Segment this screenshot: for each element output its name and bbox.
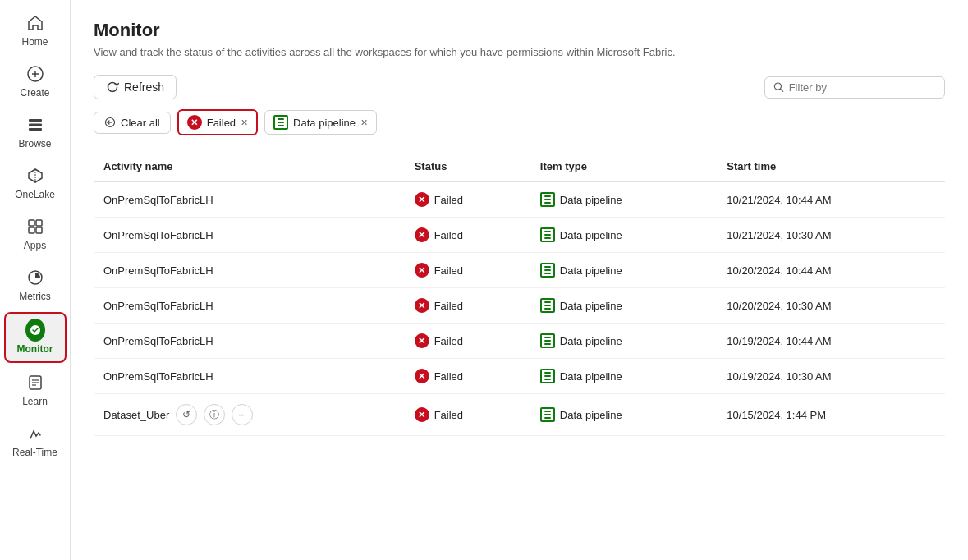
- sidebar-item-browse[interactable]: Browse: [4, 108, 67, 156]
- chip-failed[interactable]: ✕ Failed ✕: [177, 109, 258, 135]
- cell-activity-name: OnPremSqlToFabricLH: [94, 181, 405, 218]
- status-text: Failed: [434, 370, 463, 383]
- item-type-cell-content: Data pipeline: [540, 407, 707, 422]
- sidebar-item-realtime-label: Real-Time: [12, 447, 57, 458]
- chip-data-pipeline[interactable]: Data pipeline ✕: [264, 110, 377, 135]
- clear-all-label: Clear all: [121, 117, 160, 129]
- more-button[interactable]: ···: [232, 404, 253, 425]
- table-body: OnPremSqlToFabricLH ✕ Failed Data pipeli…: [94, 181, 945, 436]
- cell-item-type: Data pipeline: [530, 253, 717, 288]
- status-cell-content: ✕ Failed: [415, 263, 521, 278]
- item-type-cell-content: Data pipeline: [540, 227, 707, 242]
- sidebar-item-apps-label: Apps: [24, 240, 46, 251]
- svg-rect-5: [29, 128, 42, 131]
- item-type-text: Data pipeline: [560, 409, 622, 421]
- item-type-cell-content: Data pipeline: [540, 192, 707, 207]
- cell-activity-name: OnPremSqlToFabricLH: [94, 288, 405, 324]
- cell-item-type: Data pipeline: [530, 394, 717, 436]
- cell-activity-name: OnPremSqlToFabricLH: [94, 359, 405, 394]
- svg-rect-9: [36, 220, 42, 226]
- table-header: Activity name Status Item type Start tim…: [94, 152, 945, 181]
- info-button[interactable]: ⓘ: [204, 404, 225, 425]
- status-cell-content: ✕ Failed: [415, 227, 521, 242]
- cell-status: ✕ Failed: [405, 394, 530, 436]
- svg-rect-11: [36, 227, 42, 233]
- table-row: OnPremSqlToFabricLH ✕ Failed Data pipeli…: [94, 324, 945, 359]
- item-type-text: Data pipeline: [560, 370, 622, 383]
- item-type-text: Data pipeline: [560, 194, 622, 206]
- item-type-cell-content: Data pipeline: [540, 333, 707, 348]
- table-row: OnPremSqlToFabricLH ✕ Failed Data pipeli…: [94, 359, 945, 394]
- table-row: OnPremSqlToFabricLH ✕ Failed Data pipeli…: [94, 253, 945, 288]
- status-text: Failed: [434, 264, 463, 277]
- svg-line-19: [781, 89, 783, 91]
- refresh-icon: [106, 80, 119, 94]
- failed-icon: ✕: [415, 407, 429, 422]
- sidebar-item-create-label: Create: [20, 87, 49, 99]
- sidebar-item-create[interactable]: Create: [4, 57, 67, 105]
- cell-item-type: Data pipeline: [530, 288, 717, 324]
- data-pipeline-chip-close[interactable]: ✕: [360, 117, 368, 128]
- filter-input[interactable]: [789, 81, 936, 94]
- browse-icon: [25, 115, 45, 135]
- status-cell-content: ✕ Failed: [415, 407, 521, 422]
- sidebar-item-onelake-label: OneLake: [15, 189, 55, 200]
- status-cell-content: ✕ Failed: [415, 298, 521, 313]
- cell-activity-name: Dataset_Uber↺ⓘ···: [94, 394, 405, 436]
- pipeline-icon: [540, 333, 555, 348]
- rerun-button[interactable]: ↺: [176, 404, 197, 425]
- col-item-type: Item type: [530, 152, 717, 181]
- status-cell-content: ✕ Failed: [415, 333, 521, 348]
- clear-all-icon: [104, 117, 116, 128]
- cell-status: ✕ Failed: [405, 181, 530, 218]
- failed-chip-close[interactable]: ✕: [241, 117, 248, 128]
- cell-start-time: 10/19/2024, 10:30 AM: [717, 359, 945, 394]
- cell-item-type: Data pipeline: [530, 218, 717, 253]
- cell-status: ✕ Failed: [405, 324, 530, 359]
- sidebar-item-browse-label: Browse: [18, 138, 51, 149]
- filter-chips: Clear all ✕ Failed ✕ Data pipeline ✕: [94, 109, 945, 135]
- create-icon: [25, 64, 45, 84]
- refresh-label: Refresh: [124, 80, 164, 94]
- cell-status: ✕ Failed: [405, 359, 530, 394]
- realtime-icon: [25, 424, 45, 443]
- toolbar-left: Refresh: [94, 75, 177, 99]
- pipeline-icon: [540, 298, 555, 313]
- table-row: OnPremSqlToFabricLH ✕ Failed Data pipeli…: [94, 181, 945, 218]
- sidebar-item-monitor[interactable]: Monitor: [4, 312, 67, 363]
- refresh-button[interactable]: Refresh: [94, 75, 177, 99]
- page-title: Monitor: [94, 20, 945, 41]
- sidebar-item-realtime[interactable]: Real-Time: [4, 417, 67, 465]
- item-type-text: Data pipeline: [560, 335, 622, 347]
- item-type-cell-content: Data pipeline: [540, 369, 707, 383]
- main-content: Monitor View and track the status of the…: [71, 0, 968, 560]
- sidebar-item-home[interactable]: Home: [4, 7, 67, 54]
- item-type-cell-content: Data pipeline: [540, 263, 707, 278]
- filter-input-wrapper[interactable]: [764, 76, 945, 99]
- item-type-text: Data pipeline: [560, 264, 622, 277]
- cell-activity-name: OnPremSqlToFabricLH: [94, 324, 405, 359]
- cell-status: ✕ Failed: [405, 218, 530, 253]
- sidebar-item-metrics[interactable]: Metrics: [4, 261, 67, 309]
- svg-rect-10: [29, 227, 34, 233]
- sidebar-item-apps[interactable]: Apps: [4, 210, 67, 258]
- home-icon: [25, 13, 45, 33]
- cell-start-time: 10/21/2024, 10:44 AM: [717, 181, 945, 218]
- svg-rect-3: [29, 119, 42, 122]
- sidebar-item-learn[interactable]: Learn: [4, 366, 67, 414]
- cell-start-time: 10/21/2024, 10:30 AM: [717, 218, 945, 253]
- activity-name-text: Dataset_Uber: [103, 409, 169, 421]
- pipeline-icon: [540, 192, 555, 207]
- cell-activity-name: OnPremSqlToFabricLH: [94, 253, 405, 288]
- failed-icon: ✕: [415, 263, 429, 278]
- cell-status: ✕ Failed: [405, 288, 530, 324]
- pipeline-icon: [540, 227, 555, 242]
- sidebar-item-monitor-label: Monitor: [17, 343, 53, 355]
- cell-activity-name: OnPremSqlToFabricLH: [94, 218, 405, 253]
- clear-all-button[interactable]: Clear all: [94, 112, 171, 134]
- onelake-icon: [25, 166, 45, 186]
- sidebar-item-onelake[interactable]: OneLake: [4, 159, 67, 207]
- table-row: OnPremSqlToFabricLH ✕ Failed Data pipeli…: [94, 288, 945, 324]
- col-start-time: Start time: [717, 152, 945, 181]
- toolbar: Refresh: [94, 75, 945, 99]
